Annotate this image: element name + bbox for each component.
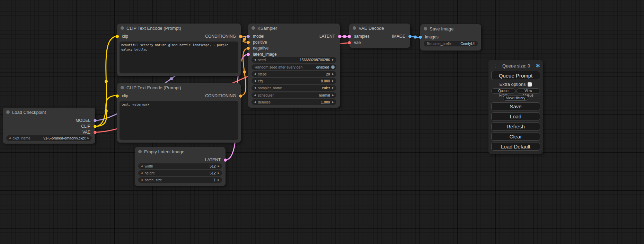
widget-value: 512 [210, 171, 216, 175]
images-input-dot[interactable] [419, 36, 422, 39]
collapse-dot-icon[interactable] [138, 150, 142, 153]
drag-handle-icon[interactable]: ⋮⋮ [491, 64, 497, 68]
view-queue-button[interactable]: View Queue [517, 88, 540, 94]
node-save-image[interactable]: Save Image images filename_prefix ComfyU… [420, 24, 481, 51]
collapse-dot-icon[interactable] [6, 110, 10, 114]
widget-cfg[interactable]: ◀ cfg 8.000 ▶ [252, 78, 336, 84]
increment-arrow-icon[interactable]: ▶ [218, 163, 220, 169]
increment-arrow-icon[interactable]: ▶ [332, 99, 334, 105]
samples-input-dot[interactable] [348, 35, 351, 38]
settings-gear-icon[interactable]: ✱ [536, 63, 540, 69]
next-arrow-icon[interactable]: ▶ [88, 135, 89, 141]
menu-header: ⋮⋮ Queue size: 0 ✱ [491, 62, 540, 69]
node-vae-decode[interactable]: VAE Decode samples IMAGE vae [349, 24, 410, 48]
widget-value: 20 [326, 72, 330, 76]
input-slot-latent-image[interactable]: latent_image [248, 52, 340, 57]
widget-sampler-name[interactable]: ◀ sampler_name euler ▶ [252, 85, 336, 91]
decrement-arrow-icon[interactable]: ◀ [141, 163, 142, 169]
widget-value: 1 [214, 178, 216, 182]
model-output-dot[interactable] [94, 119, 97, 122]
prompt-textarea[interactable]: text, watermark [120, 101, 238, 140]
increment-arrow-icon[interactable]: ▶ [332, 57, 334, 63]
node-title-label: KSampler [257, 26, 277, 31]
queue-front-button[interactable]: Queue Front [491, 88, 515, 94]
widget-seed[interactable]: ◀ seed 156680208700286 ▶ [252, 57, 336, 63]
load-default-button[interactable]: Load Default [491, 143, 540, 151]
vae-output-dot[interactable] [94, 131, 97, 134]
widget-random-seed[interactable]: Random seed after every gen enabled [252, 64, 336, 70]
widget-scheduler[interactable]: ◀ scheduler normal ▶ [252, 92, 336, 98]
queue-prompt-button[interactable]: Queue Prompt [491, 71, 540, 80]
widget-steps[interactable]: ◀ steps 20 ▶ [252, 71, 336, 77]
decrement-arrow-icon[interactable]: ◀ [254, 71, 256, 77]
link-midpoint-dot [243, 38, 246, 41]
extra-options-checkbox[interactable] [528, 82, 532, 87]
collapse-dot-icon[interactable] [121, 26, 124, 30]
clip-input-dot[interactable] [116, 94, 119, 98]
graph-canvas[interactable]: Load Checkpoint MODEL CLIP VAE ◀ ckpt_na… [0, 0, 644, 244]
collapse-dot-icon[interactable] [121, 86, 124, 89]
widget-width[interactable]: ◀ width 512 ▶ [138, 163, 222, 169]
widget-ckpt-name[interactable]: ◀ ckpt_name v1-5-pruned-emaonly.ckpt ▶ [6, 135, 92, 141]
node-ksampler[interactable]: KSampler model LATENT positive negative … [248, 24, 340, 108]
prompt-textarea[interactable]: beautiful scenery nature glass bottle la… [120, 42, 238, 73]
widget-denoise[interactable]: ◀ denoise 1.000 ▶ [252, 99, 336, 105]
collapse-dot-icon[interactable] [252, 26, 255, 30]
input-slot-positive[interactable]: positive [248, 39, 340, 45]
view-history-button[interactable]: View History [503, 95, 528, 101]
load-button[interactable]: Load [491, 112, 540, 120]
positive-input-dot[interactable] [247, 41, 250, 44]
increment-arrow-icon[interactable]: ▶ [218, 177, 220, 183]
widget-filename-prefix[interactable]: filename_prefix ComfyUI [424, 41, 478, 46]
vae-input-dot[interactable] [348, 41, 351, 44]
node-clip-text-encode-positive[interactable]: CLIP Text Encode (Prompt) clip CONDITION… [117, 24, 241, 76]
clip-output-dot[interactable] [94, 125, 97, 128]
next-arrow-icon[interactable]: ▶ [332, 92, 334, 98]
queue-size-label: Queue size: 0 [502, 63, 530, 69]
collapse-dot-icon[interactable] [424, 27, 427, 30]
latent-output-dot[interactable] [224, 159, 227, 162]
refresh-button[interactable]: Refresh [491, 123, 540, 130]
decrement-arrow-icon[interactable]: ◀ [254, 99, 256, 105]
output-slot-latent[interactable]: LATENT [135, 157, 226, 163]
node-clip-text-encode-negative[interactable]: CLIP Text Encode (Prompt) clip CONDITION… [117, 83, 241, 143]
slot-label: clip [122, 34, 128, 39]
output-slot-clip[interactable]: CLIP [3, 124, 95, 129]
model-input-dot[interactable] [247, 35, 250, 38]
save-button[interactable]: Save [491, 102, 540, 110]
widget-batch-size[interactable]: ◀ batch_size 1 ▶ [138, 177, 222, 183]
collapse-dot-icon[interactable] [353, 26, 356, 30]
latent-image-input-dot[interactable] [247, 53, 250, 56]
widget-height[interactable]: ◀ height 512 ▶ [138, 170, 222, 176]
output-slot-vae[interactable]: VAE [3, 129, 95, 135]
next-arrow-icon[interactable]: ▶ [332, 85, 334, 91]
increment-arrow-icon[interactable]: ▶ [218, 170, 220, 176]
prev-arrow-icon[interactable]: ◀ [254, 85, 256, 91]
increment-arrow-icon[interactable]: ▶ [332, 78, 334, 84]
slot-row: model LATENT [248, 34, 340, 39]
decrement-arrow-icon[interactable]: ◀ [141, 177, 142, 183]
input-slot-negative[interactable]: negative [248, 45, 340, 51]
slot-label: samples [354, 34, 370, 39]
latent-output-dot[interactable] [338, 35, 341, 38]
conditioning-output-dot[interactable] [239, 35, 242, 38]
increment-arrow-icon[interactable]: ▶ [332, 71, 334, 77]
widget-value: 156680208700286 [300, 58, 330, 62]
decrement-arrow-icon[interactable]: ◀ [254, 78, 256, 84]
output-slot-model[interactable]: MODEL [3, 118, 95, 124]
decrement-arrow-icon[interactable]: ◀ [254, 57, 256, 63]
clear-button[interactable]: Clear [491, 133, 540, 141]
input-slot-images[interactable]: images [420, 34, 481, 40]
prev-arrow-icon[interactable]: ◀ [9, 135, 10, 141]
slot-label: vae [354, 40, 361, 46]
clip-input-dot[interactable] [116, 35, 119, 38]
image-output-dot[interactable] [408, 35, 412, 38]
toggle-dot[interactable] [331, 65, 335, 69]
node-load-checkpoint[interactable]: Load Checkpoint MODEL CLIP VAE ◀ ckpt_na… [3, 108, 95, 144]
node-empty-latent-image[interactable]: Empty Latent Image LATENT ◀ width 512 ▶ … [135, 147, 226, 186]
conditioning-output-dot[interactable] [239, 94, 242, 98]
negative-input-dot[interactable] [247, 47, 250, 50]
prev-arrow-icon[interactable]: ◀ [254, 92, 256, 98]
decrement-arrow-icon[interactable]: ◀ [141, 170, 142, 176]
input-slot-vae[interactable]: vae [349, 40, 410, 46]
